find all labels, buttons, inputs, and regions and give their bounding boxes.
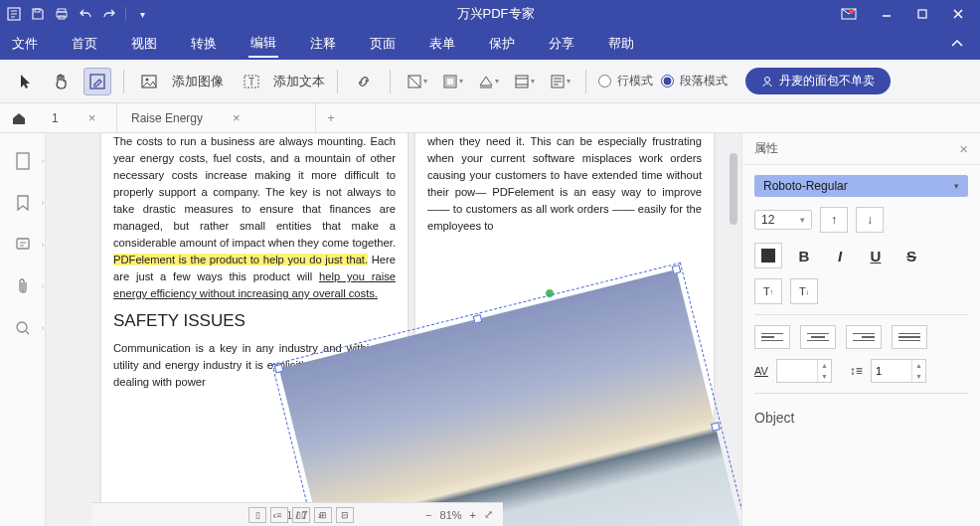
menu-help[interactable]: 帮助 [606, 31, 636, 57]
menu-share[interactable]: 分享 [547, 31, 576, 57]
mail-icon[interactable] [841, 8, 857, 20]
new-tab-button[interactable]: + [316, 111, 346, 125]
char-spacing-input[interactable]: ▲▼ [776, 359, 832, 383]
char-spacing-icon: AV [754, 365, 768, 377]
menu-annotate[interactable]: 注释 [308, 31, 338, 57]
header-footer-tool[interactable]: ▾ [510, 68, 538, 95]
watermark-tool[interactable]: ▾ [438, 68, 466, 95]
align-justify-button[interactable] [892, 325, 927, 349]
heading: SAFETY ISSUES [113, 308, 396, 334]
add-image-icon[interactable] [136, 68, 164, 95]
background-tool[interactable]: ▾ [474, 68, 502, 95]
align-center-button[interactable] [800, 325, 836, 349]
svg-rect-23 [17, 239, 29, 249]
add-text-icon[interactable]: T [238, 68, 265, 95]
size-down-button[interactable]: ↓ [856, 207, 884, 233]
maximize-button[interactable] [906, 2, 938, 26]
line-spacing-icon: ↕≡ [850, 364, 863, 378]
fit-width-icon[interactable]: ⤢ [484, 508, 493, 521]
align-left-button[interactable] [754, 325, 790, 349]
subscript-button[interactable]: T↓ [790, 278, 818, 304]
edit-tool[interactable] [83, 68, 111, 95]
close-icon[interactable]: × [233, 110, 241, 125]
svg-text:T: T [248, 77, 254, 88]
color-button[interactable] [754, 243, 782, 268]
view-two-icon[interactable]: ▯▯ [292, 507, 310, 523]
bold-button[interactable]: B [790, 243, 818, 268]
comments-icon[interactable]: › [13, 235, 33, 255]
document-canvas[interactable]: The costs to run a business are always m… [46, 133, 741, 526]
zoom-in-icon[interactable]: + [470, 509, 476, 521]
view-grid-icon[interactable]: ⊟ [336, 507, 354, 523]
promo-button[interactable]: 丹麦的面包不单卖 [745, 68, 891, 94]
minimize-button[interactable] [871, 2, 902, 26]
add-text-label[interactable]: 添加文本 [273, 73, 325, 90]
strikethrough-button[interactable]: S [898, 243, 925, 268]
print-icon[interactable] [54, 6, 70, 22]
svg-rect-22 [17, 153, 29, 169]
bookmarks-icon[interactable]: › [13, 193, 33, 213]
close-icon[interactable]: × [88, 110, 96, 125]
svg-point-21 [765, 77, 770, 82]
object-section-label: Object [754, 404, 968, 426]
underline-button[interactable]: U [862, 243, 890, 268]
tab-1[interactable]: 1× [38, 103, 117, 133]
tab-raise-energy[interactable]: Raise Energy× [117, 103, 316, 133]
menu-convert[interactable]: 转换 [189, 31, 219, 57]
svg-rect-17 [516, 76, 528, 88]
font-select[interactable]: Roboto-Regular▾ [754, 175, 968, 197]
link-tool[interactable] [350, 68, 378, 95]
add-image-label[interactable]: 添加图像 [172, 73, 224, 90]
menu-form[interactable]: 表单 [427, 31, 457, 57]
menu-file[interactable]: 文件 [10, 31, 40, 57]
menu-page[interactable]: 页面 [368, 31, 398, 57]
hand-tool[interactable] [48, 68, 76, 95]
home-tab-icon[interactable] [0, 111, 38, 125]
line-spacing-input[interactable]: ▲▼ [871, 359, 926, 383]
view-two-cont-icon[interactable]: ⊞ [314, 507, 332, 523]
size-up-button[interactable]: ↑ [820, 207, 848, 233]
svg-rect-7 [918, 10, 926, 18]
align-right-button[interactable] [846, 325, 882, 349]
view-single-icon[interactable]: ▯ [248, 507, 266, 523]
attachments-icon[interactable]: › [13, 276, 33, 296]
close-button[interactable] [942, 2, 974, 26]
save-icon[interactable] [30, 6, 46, 22]
undo-icon[interactable] [78, 6, 93, 22]
menu-protect[interactable]: 保护 [487, 31, 517, 57]
select-tool[interactable] [12, 68, 40, 95]
italic-button[interactable]: I [826, 243, 854, 268]
scrollbar[interactable] [730, 133, 739, 526]
highlighted-text: PDFelement is the product to help you do… [113, 254, 368, 265]
collapse-ribbon-icon[interactable] [950, 39, 964, 49]
menu-edit[interactable]: 编辑 [248, 30, 278, 58]
dropdown-icon[interactable]: ▾ [134, 6, 150, 22]
zoom-value: 81% [440, 509, 462, 521]
svg-rect-1 [35, 9, 40, 12]
search-panel-icon[interactable]: › [13, 318, 33, 338]
properties-panel: 属性 × Roboto-Regular▾ 12▾ ↑ ↓ B I U S T↑ … [741, 133, 980, 526]
superscript-button[interactable]: T↑ [754, 278, 782, 304]
paragraph-mode-radio[interactable]: 段落模式 [661, 73, 728, 89]
svg-point-10 [146, 78, 149, 81]
crop-tool[interactable]: ▾ [403, 68, 430, 95]
menu-view[interactable]: 视图 [129, 31, 159, 57]
zoom-out-icon[interactable]: − [425, 509, 431, 521]
app-icon [6, 6, 22, 22]
bates-tool[interactable]: ▾ [546, 68, 573, 95]
view-continuous-icon[interactable]: ≡ [270, 507, 288, 523]
redo-icon[interactable] [101, 6, 117, 22]
svg-rect-15 [446, 78, 454, 86]
menu-home[interactable]: 首页 [70, 31, 99, 57]
svg-point-26 [17, 322, 27, 332]
font-size-select[interactable]: 12▾ [754, 210, 812, 230]
line-mode-radio[interactable]: 行模式 [598, 73, 653, 89]
app-title: 万兴PDF专家 [150, 5, 841, 23]
svg-line-27 [26, 331, 29, 334]
thumbnails-icon[interactable]: › [13, 151, 33, 171]
panel-title: 属性 [754, 140, 778, 157]
close-panel-icon[interactable]: × [959, 140, 968, 157]
